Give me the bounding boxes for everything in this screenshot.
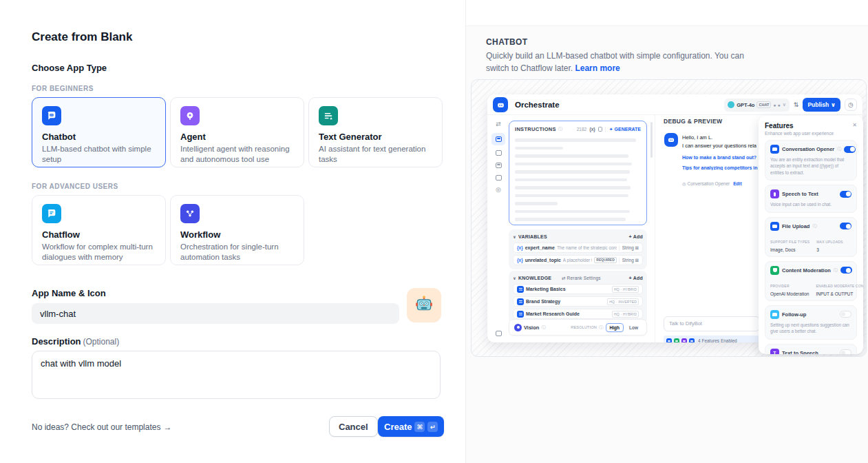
rerank-settings-button[interactable]: ⇄ Rerank Settings <box>562 276 601 281</box>
feature-follow-up[interactable]: Follow-up Setting up next questions sugg… <box>765 305 857 340</box>
text-generator-icon <box>319 106 338 125</box>
learn-more-link[interactable]: Learn more <box>575 63 620 73</box>
app-type-description: Intelligent agent with reasoning and aut… <box>180 144 294 165</box>
variables-section: ∨ VARIABLES + Add {x} expert_name The na… <box>509 229 647 269</box>
knowledge-doc-icon <box>517 298 524 305</box>
rail-orchestrate-icon[interactable] <box>491 133 505 145</box>
rail-document-icon[interactable] <box>494 173 503 183</box>
info-icon: ⓘ <box>558 126 563 132</box>
resolution-label: RESOLUTION <box>571 325 597 329</box>
robot-emoji-icon <box>414 294 434 316</box>
knowledge-row[interactable]: Brand Strategy HQ · INVERTED <box>513 296 643 307</box>
app-name-input[interactable] <box>32 303 399 324</box>
resolution-high-chip[interactable]: High <box>606 323 624 332</box>
feature-content-moderation[interactable]: Content Moderation ⓘ PROVIDEROpenAI Mode… <box>765 261 857 301</box>
optional-label: (Optional) <box>83 337 120 347</box>
app-name-label: App Name & Icon <box>32 288 106 298</box>
content-moderation-icon <box>770 266 779 275</box>
rail-swap-icon[interactable]: ⇄ <box>494 119 503 129</box>
create-from-blank-modal: Create from Blank Choose App Type FOR BE… <box>0 0 465 463</box>
advanced-app-types: Chatflow Workflow for complex multi-turn… <box>32 195 304 265</box>
features-enabled-bar: 4 Features Enabled <box>664 336 760 342</box>
variable-token-icon: {x} <box>517 245 523 250</box>
knowledge-row[interactable]: Marketing Basics HQ · HYBRID <box>513 284 643 294</box>
edit-link[interactable]: Edit <box>733 181 741 186</box>
features-title: Features <box>765 122 794 130</box>
toggle-off[interactable] <box>840 349 851 354</box>
app-type-card-chatbot[interactable]: Chatbot LLM-based chatbot with simple se… <box>32 97 166 167</box>
chatbot-description: Quickly build an LLM-based chatbot with … <box>486 50 756 74</box>
toggle-on[interactable] <box>840 267 852 274</box>
app-type-description: LLM-based chatbot with simple setup <box>42 144 156 165</box>
text-to-speech-icon: T <box>770 349 779 354</box>
bot-greeting-2: I can answer your questions related <box>682 143 756 149</box>
workflow-icon <box>180 204 200 223</box>
preview-image-frame: Orchestrate GPT-4o CHAT ● ● ∨ ⇅ Publish∨… <box>471 79 867 357</box>
rail-image-icon[interactable] <box>494 148 503 158</box>
app-icon-picker[interactable] <box>407 288 441 322</box>
cancel-button[interactable]: Cancel <box>329 416 378 437</box>
suggested-question[interactable]: How to make a brand stand out?Bes <box>682 155 758 160</box>
instructions-title: INSTRUCTIONS <box>515 126 556 132</box>
features-enabled-label: 4 Features Enabled <box>698 338 737 342</box>
feature-conversation-opener[interactable]: Conversation Opener ⓘ You are an entity … <box>765 140 857 181</box>
generate-button[interactable]: ✦ GENERATE <box>605 127 641 132</box>
preview-title: Orchestrate <box>515 94 560 115</box>
char-count: 2182 <box>577 127 586 132</box>
speech-to-text-icon <box>770 189 779 198</box>
history-icon[interactable]: ◷ <box>845 99 857 111</box>
moderation-chip-icon <box>674 338 679 343</box>
app-type-card-chatflow[interactable]: Chatflow Workflow for complex multi-turn… <box>32 195 166 265</box>
create-button[interactable]: Create ⌘ ↵ <box>378 416 444 437</box>
app-type-card-text-generator[interactable]: Text Generator AI assistant for text gen… <box>308 97 443 167</box>
toggle-on[interactable] <box>840 191 851 198</box>
description-textarea[interactable]: chat with vllm model <box>32 351 441 399</box>
toggle-on[interactable] <box>840 223 851 229</box>
copy-icon[interactable] <box>598 127 602 132</box>
upload-chip-icon <box>689 338 695 343</box>
rail-globe-icon[interactable]: ◎ <box>494 185 503 194</box>
rail-bottom-icon[interactable] <box>494 329 503 338</box>
opener-chip-icon <box>666 338 672 343</box>
panel-top-strip <box>466 0 868 26</box>
close-icon[interactable]: ✕ <box>852 122 857 128</box>
variable-row[interactable]: {x} unrelated_topic A placeholder for to… <box>513 255 643 265</box>
chevron-down-icon: ∨ <box>783 102 786 107</box>
conversation-opener-row: ◎ Conversation OpenerEdit <box>682 181 742 187</box>
app-type-name: Text Generator <box>319 132 432 142</box>
app-type-card-workflow[interactable]: Workflow Orchestration for single-turn a… <box>170 195 304 265</box>
info-icon: ⓘ <box>812 223 816 229</box>
add-knowledge-button[interactable]: + Add <box>629 276 643 280</box>
chat-input[interactable]: Talk to DifyBot <box>664 316 760 331</box>
templates-link[interactable]: No ideas? Check out our templates→ <box>32 422 171 432</box>
knowledge-title: KNOWLEDGE <box>518 276 551 280</box>
model-selector[interactable]: GPT-4o CHAT ● ● ∨ <box>724 99 790 112</box>
add-variable-button[interactable]: + Add <box>629 234 643 239</box>
for-advanced-users-label: FOR ADVANCED USERS <box>32 183 118 190</box>
feature-speech-to-text[interactable]: Speech to Text Voice input can be used i… <box>765 185 857 212</box>
choose-app-type-label: Choose App Type <box>32 63 107 73</box>
feature-file-upload[interactable]: File Upload ⓘ SUPPORT FILE TYPESImage, D… <box>765 217 857 257</box>
toggle-off[interactable] <box>840 311 851 318</box>
publish-button[interactable]: Publish∨ <box>803 98 840 112</box>
instructions-placeholder-text <box>515 138 641 221</box>
app-type-card-agent[interactable]: Agent Intelligent agent with reasoning a… <box>170 97 304 167</box>
model-params-icons: ● ● <box>773 103 780 107</box>
debug-preview-title: DEBUG & PREVIEW <box>664 118 722 125</box>
retrieval-badge: HQ · INVERTED <box>607 298 639 305</box>
create-button-label: Create <box>384 422 412 432</box>
app-type-description: Workflow for complex multi-turn dialogue… <box>42 242 156 263</box>
knowledge-row[interactable]: Market Research Guide HQ · HYBRID <box>513 309 643 319</box>
suggested-question[interactable]: Tips for analyzing competitors in market <box>682 165 758 170</box>
retrieval-badge: HQ · HYBRID <box>612 286 639 293</box>
conversation-opener-icon <box>770 145 779 154</box>
feature-text-to-speech[interactable]: T Text to Speech Conversation messages c… <box>765 344 857 354</box>
features-subtitle: Enhance web app user experience <box>765 131 857 136</box>
toggle-on[interactable] <box>844 146 856 153</box>
scrollbar[interactable] <box>650 122 653 158</box>
model-settings-icon[interactable]: ⇅ <box>794 101 799 108</box>
rail-notes-icon[interactable] <box>494 161 503 170</box>
variable-row[interactable]: {x} expert_name The name of the strategi… <box>513 243 643 253</box>
knowledge-doc-icon <box>517 311 524 318</box>
resolution-low-chip[interactable]: Low <box>626 323 642 332</box>
